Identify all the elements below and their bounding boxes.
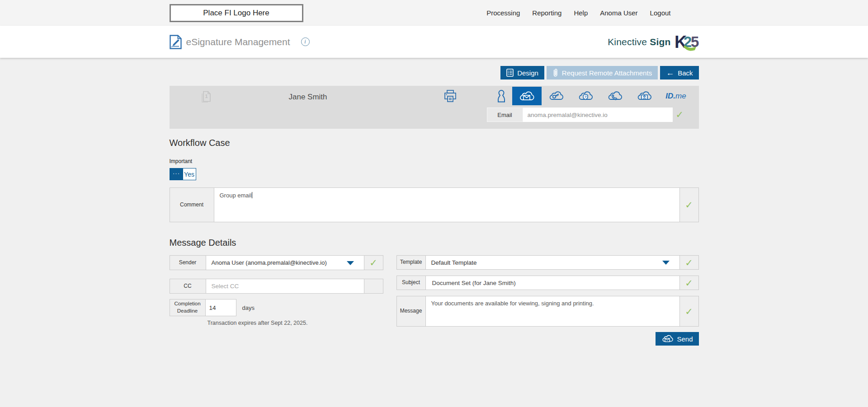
in-person-signing-icon[interactable] (491, 87, 512, 105)
chevron-down-icon (662, 261, 670, 265)
template-valid-check-icon: ✓ (685, 258, 693, 267)
subject-label: Subject (397, 276, 426, 290)
recipient-panel: 1 Jane Smith (170, 86, 699, 129)
completion-deadline-row: Completion Deadline days (170, 299, 383, 316)
send-email-cloud-icon (661, 334, 673, 343)
esignature-document-icon: x (170, 35, 182, 49)
design-button[interactable]: Design (500, 66, 544, 80)
video-id-icon[interactable] (630, 87, 659, 105)
sender-valid-check-icon: ✓ (369, 258, 377, 267)
completion-deadline-label: Completion Deadline (170, 299, 206, 316)
recipient-name: Jane Smith (289, 93, 327, 102)
access-key-icon[interactable] (542, 87, 571, 105)
request-remote-attachments-button[interactable]: Request Remote Attachments (547, 66, 658, 80)
cc-row: CC (170, 279, 383, 294)
nav-logout[interactable]: Logout (650, 9, 671, 17)
important-label: Important (170, 158, 699, 164)
nav-user-menu[interactable]: Anoma User (600, 9, 637, 17)
message-label: Message (397, 296, 426, 326)
sender-dropdown[interactable]: Anoma User (anoma.premalal@kinective.io) (206, 256, 364, 270)
brand-name: Kinective Sign (608, 37, 670, 47)
subject-valid-check-icon: ✓ (685, 278, 693, 288)
expiry-note: Transaction expires after Sept 22, 2025. (208, 320, 383, 326)
sender-row: Sender Anoma User (anoma.premalal@kinect… (170, 255, 383, 270)
security-question-icon[interactable]: ? (571, 87, 600, 105)
brand-logo: Kinective Sign K 2 5 (608, 33, 698, 51)
paperclip-icon (552, 68, 558, 78)
comment-label: Comment (170, 188, 214, 222)
cc-check-slot (364, 279, 383, 293)
print-button[interactable] (443, 89, 457, 103)
cc-input[interactable] (206, 279, 364, 293)
page-title: eSignature Management (186, 37, 290, 47)
back-arrow-icon: ← (666, 69, 674, 77)
svg-text:1: 1 (205, 94, 208, 99)
idme-verification-icon[interactable]: ID.me (659, 92, 693, 101)
email-label: Email (487, 108, 523, 122)
svg-text:x: x (171, 45, 172, 47)
info-icon[interactable]: i (301, 37, 310, 46)
delivery-method-strip: ? ID.me (491, 87, 693, 105)
kinective-k25-logo-icon: K 2 5 (675, 33, 699, 51)
nav-processing[interactable]: Processing (486, 9, 520, 17)
sender-label: Sender (170, 256, 206, 270)
message-input[interactable]: Your documents are available for viewing… (426, 296, 680, 326)
email-input[interactable] (523, 108, 673, 122)
top-bar: Place FI Logo Here Processing Reporting … (0, 0, 868, 26)
svg-text:?: ? (585, 95, 587, 99)
message-row: Message Your documents are available for… (396, 296, 699, 327)
toggle-handle-icon: ··· (170, 168, 183, 180)
cc-label: CC (170, 279, 206, 293)
chevron-down-icon (347, 261, 354, 265)
document-count-icon: 1 (200, 91, 212, 105)
template-dropdown[interactable]: Default Template (426, 256, 680, 269)
comment-input[interactable]: Group email (214, 188, 680, 222)
top-nav: Processing Reporting Help Anoma User Log… (486, 0, 670, 26)
template-label: Template (397, 256, 426, 269)
email-delivery-icon[interactable] (512, 87, 542, 105)
printer-icon (443, 89, 457, 103)
back-button[interactable]: ← Back (660, 66, 698, 80)
nav-help[interactable]: Help (574, 9, 588, 17)
fi-logo-placeholder: Place FI Logo Here (170, 4, 303, 22)
phone-verification-icon[interactable] (600, 87, 630, 105)
important-toggle[interactable]: ··· Yes (170, 168, 196, 180)
template-row: Template Default Template ✓ (396, 255, 699, 270)
deadline-unit-label: days (242, 304, 255, 311)
email-valid-check-icon: ✓ (676, 110, 684, 119)
app-header: x eSignature Management i Kinective Sign… (0, 26, 868, 58)
subject-row: Subject ✓ (396, 276, 699, 290)
message-valid-check-icon: ✓ (685, 307, 693, 316)
completion-deadline-input[interactable] (206, 299, 236, 316)
subject-input[interactable] (426, 276, 679, 290)
text-cursor (252, 192, 252, 198)
workflow-case-heading: Workflow Case (170, 138, 699, 148)
comment-row: Comment Group email ✓ (170, 187, 699, 222)
send-button[interactable]: Send (656, 332, 698, 346)
nav-reporting[interactable]: Reporting (532, 9, 561, 17)
design-form-icon (506, 69, 514, 77)
toggle-value: Yes (183, 168, 196, 180)
comment-valid-check-icon: ✓ (685, 200, 693, 210)
message-details-heading: Message Details (170, 238, 699, 248)
